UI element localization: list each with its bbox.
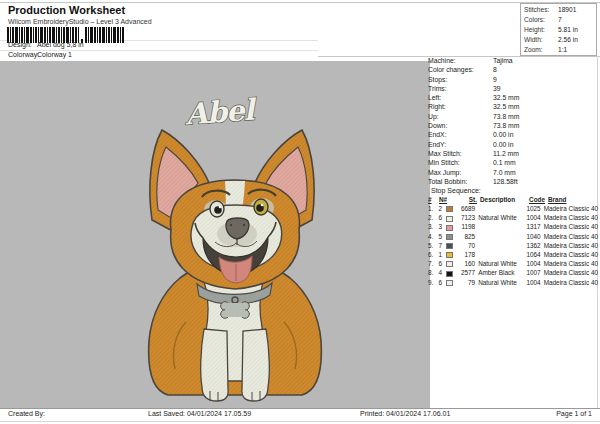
dog-head: [171, 180, 300, 289]
machine-info-row: Right: 32.5 mm: [428, 102, 598, 111]
stop-sequence-row: 3. 3 1198 1317 Madeira Classic 40: [428, 222, 598, 231]
machine-info-value: Tajima: [493, 56, 513, 65]
app-subtitle: Wilcom EmbroideryStudio – Level 3 Advanc…: [8, 18, 152, 25]
stop-sequence-row: 7. 6 160 Natural White 1004 Madeira Clas…: [428, 259, 598, 268]
row-description: Natural White: [475, 259, 520, 268]
stop-sequence-table: 1. 2 6689 1025 Madeira Classic 40 2. 6 7…: [428, 204, 598, 287]
stats-label: Colors:: [524, 15, 558, 25]
dog-front-leg-right: [242, 329, 269, 401]
row-needle-number: 5: [439, 232, 447, 241]
row-needle-number: 1: [439, 250, 447, 259]
stats-row: Height: 5.81 in: [524, 25, 596, 35]
row-needle-number: 4: [439, 268, 447, 277]
row-code: 1004: [520, 259, 540, 268]
row-brand: Madeira Classic 40: [541, 278, 598, 287]
row-brand: Madeira Classic 40: [541, 232, 598, 241]
machine-info-label: Total Bobbin:: [428, 177, 493, 186]
row-brand: Madeira Classic 40: [541, 259, 598, 268]
stats-value: 18901: [558, 5, 576, 15]
row-index: 3.: [428, 222, 439, 231]
col-code: Code: [529, 196, 545, 203]
row-brand: Madeira Classic 40: [541, 204, 598, 213]
stop-sequence-row: 2. 6 7123 Natural White 1004 Madeira Cla…: [428, 213, 598, 222]
row-index: 4.: [428, 232, 439, 241]
row-needle-number: 2: [439, 204, 447, 213]
machine-info-label: Down:: [428, 121, 493, 130]
machine-info-value: 73.8 mm: [493, 121, 519, 130]
row-description: Amber Black: [475, 268, 520, 277]
machine-info-value: 11.2 mm: [493, 149, 519, 158]
bottom-rule: [0, 421, 600, 422]
row-stitch-count: 178: [456, 250, 475, 259]
stats-value: 5.81 in: [558, 25, 578, 35]
stats-value: 2.56 in: [558, 35, 578, 45]
machine-info-row: Down: 73.8 mm: [428, 121, 598, 130]
row-needle-number: 6: [439, 259, 447, 268]
machine-info-label: Min Stitch:: [428, 158, 493, 167]
thread-color-swatch: [446, 206, 453, 212]
row-code: 1064: [520, 250, 540, 259]
machine-info-row: Total Bobbin: 128.58ft: [428, 177, 598, 186]
stop-sequence-row: 8. 4 2577 Amber Black 1007 Madeira Class…: [428, 268, 598, 277]
thread-color-swatch: [446, 271, 453, 277]
row-index: 2.: [428, 213, 439, 222]
machine-info-value: 73.8 mm: [493, 112, 519, 121]
thread-color-swatch: [446, 252, 453, 258]
row-stitch-count: 70: [456, 241, 475, 250]
footer-page-number: Page 1 of 1: [556, 410, 592, 417]
row-code: 1007: [520, 268, 540, 277]
bone-tag: [221, 302, 250, 319]
row-needle-number: 6: [439, 213, 447, 222]
row-brand: Madeira Classic 40: [541, 213, 598, 222]
machine-info-row: Left: 32.5 mm: [428, 93, 598, 102]
colorway-label: Colorway:: [8, 51, 39, 58]
machine-info-panel: Machine: Tajima Color changes: 8 Stops: …: [428, 56, 598, 186]
stats-label: Zoom:: [524, 45, 558, 55]
col-index: #: [428, 196, 432, 203]
row-code: 1004: [520, 278, 540, 287]
row-code: 1040: [520, 232, 540, 241]
col-stitches: St.: [469, 196, 477, 203]
design-name-text: Abel: [183, 92, 258, 131]
machine-info-row: Max Stitch: 11.2 mm: [428, 149, 598, 158]
machine-info-value: 39: [493, 84, 501, 93]
row-code: 1004: [520, 213, 540, 222]
machine-info-row: EndX: 0.00 in: [428, 130, 598, 139]
row-needle-number: 6: [439, 278, 447, 287]
stats-label: Width:: [524, 35, 558, 45]
machine-info-label: EndY:: [428, 140, 493, 149]
machine-info-row: Color changes: 8: [428, 65, 598, 74]
machine-info-value: 7.0 mm: [493, 168, 516, 177]
row-code: 1025: [520, 204, 540, 213]
machine-info-value: 128.58ft: [493, 177, 518, 186]
row-code: 1317: [520, 222, 540, 231]
machine-info-value: 32.5 mm: [493, 102, 519, 111]
machine-info-row: Trims: 39: [428, 84, 598, 93]
machine-info-label: Left:: [428, 93, 493, 102]
row-stitch-count: 79: [456, 278, 475, 287]
design-label: Design:: [8, 41, 32, 48]
row-index: 7.: [428, 259, 439, 268]
machine-info-label: Right:: [428, 102, 493, 111]
thread-color-swatch: [446, 216, 453, 222]
row-stitch-count: 1198: [456, 222, 475, 231]
stop-sequence-row: 5. 7 70 1362 Madeira Classic 40: [428, 241, 598, 250]
dog-front-leg-left: [201, 329, 228, 401]
row-needle-number: 3: [439, 222, 447, 231]
thread-color-swatch: [446, 261, 453, 267]
machine-info-row: Machine: Tajima: [428, 56, 598, 65]
row-code: 1362: [520, 241, 540, 250]
thread-color-swatch: [446, 234, 453, 240]
row-brand: Madeira Classic 40: [541, 222, 598, 231]
row-index: 6.: [428, 250, 439, 259]
production-worksheet-page: Production Worksheet Wilcom EmbroiderySt…: [0, 0, 600, 424]
machine-info-label: Machine:: [428, 56, 493, 65]
machine-info-row: Max Jump: 7.0 mm: [428, 168, 598, 177]
stop-sequence-title: Stop Sequence:: [431, 187, 481, 194]
machine-info-label: Stops:: [428, 75, 493, 84]
machine-info-value: 32.5 mm: [493, 93, 519, 102]
row-index: 8.: [428, 268, 439, 277]
machine-info-label: EndX:: [428, 130, 493, 139]
row-brand: Madeira Classic 40: [541, 268, 598, 277]
machine-info-row: Min Stitch: 0.1 mm: [428, 158, 598, 167]
